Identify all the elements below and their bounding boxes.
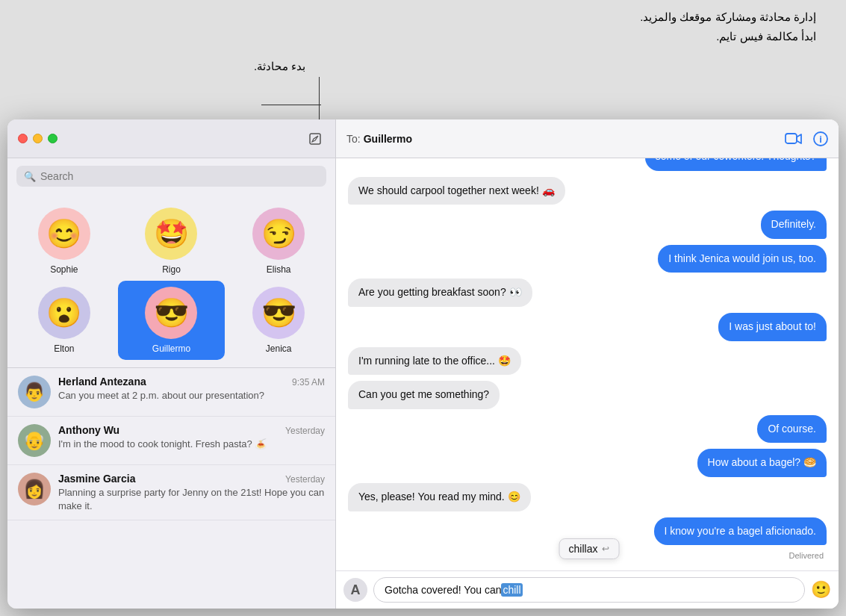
convo-avatar-anthony: 👴 bbox=[18, 424, 51, 457]
search-input[interactable] bbox=[40, 170, 319, 182]
chat-header: To: Guillermo i bbox=[336, 119, 839, 158]
message-row-m5: Are you getting breakfast soon? 👀 bbox=[348, 279, 827, 307]
svg-text:i: i bbox=[819, 134, 822, 145]
convo-name-anthony: Anthony Wu bbox=[58, 424, 119, 436]
pinned-contacts-grid: 😊 Sophie 🤩 Rigo 😏 Elisha 😮 Elton 😎 Guill… bbox=[7, 194, 335, 368]
pinned-contact-guillermo[interactable]: 😎 Guillermo bbox=[118, 281, 226, 360]
message-row-m11: Yes, please! You read my mind. 😊 bbox=[348, 483, 827, 511]
annotation-left-label: بدء محادثة. bbox=[254, 60, 305, 73]
conversation-herland[interactable]: 👨 Herland Antezana 9:35 AM Can you meet … bbox=[7, 368, 335, 417]
message-row-m3: Definitely. bbox=[348, 211, 827, 239]
autocorrect-suggestion: chillax bbox=[569, 543, 598, 555]
message-bubble-m7: I'm running late to the office... 🤩 bbox=[348, 347, 521, 376]
message-row-m2: We should carpool together next week! 🚗 bbox=[348, 177, 827, 205]
annotation-line1: إدارة محادثة ومشاركة موقعك والمزيد. bbox=[640, 7, 816, 27]
message-row-m7: I'm running late to the office... 🤩 bbox=[348, 347, 827, 376]
message-bubble-m4: I think Jenica would join us, too. bbox=[658, 245, 827, 273]
message-bubble-m11: Yes, please! You read my mind. 😊 bbox=[348, 483, 531, 511]
pinned-name-sophie: Sophie bbox=[50, 264, 78, 275]
pinned-contact-jenica[interactable]: 😎 Jenica bbox=[225, 281, 332, 360]
avatar-rigo: 🤩 bbox=[145, 208, 197, 260]
message-row-m10: How about a bagel? 🥯 bbox=[348, 449, 827, 477]
pinned-contact-elisha[interactable]: 😏 Elisha bbox=[225, 202, 332, 281]
close-button[interactable] bbox=[18, 134, 28, 143]
message-row-m8: Can you get me something? bbox=[348, 381, 827, 409]
pinned-name-guillermo: Guillermo bbox=[152, 343, 190, 354]
convo-preview-herland: Can you meet at 2 p.m. about our present… bbox=[58, 389, 325, 402]
message-bubble-m10: How about a bagel? 🥯 bbox=[697, 449, 827, 477]
message-input-display[interactable]: Gotcha covered! You can chill bbox=[373, 577, 805, 603]
message-bubble-m8: Can you get me something? bbox=[348, 381, 500, 409]
convo-time-anthony: Yesterday bbox=[285, 426, 325, 436]
avatar-sophie: 😊 bbox=[38, 208, 90, 260]
app-store-button[interactable]: A bbox=[343, 578, 367, 602]
annotation-vline-compose-ext bbox=[319, 77, 320, 120]
minimize-button[interactable] bbox=[33, 134, 43, 143]
app-store-icon: A bbox=[351, 582, 361, 598]
to-label: To: bbox=[346, 133, 361, 145]
convo-avatar-herland: 👨 bbox=[18, 376, 51, 408]
info-button[interactable]: i bbox=[813, 131, 828, 146]
message-bubble-m2: We should carpool together next week! 🚗 bbox=[348, 177, 565, 205]
search-icon: 🔍 bbox=[24, 171, 36, 182]
message-bubble-m12: I know you're a bagel aficionado. bbox=[654, 517, 827, 546]
conversation-list: 👨 Herland Antezana 9:35 AM Can you meet … bbox=[7, 368, 335, 609]
message-bubble-m1: some of our coworkers. Thoughts? bbox=[645, 158, 827, 171]
convo-name-herland: Herland Antezana bbox=[58, 376, 146, 388]
convo-content-jasmine: Jasmine Garcia Yesterday Planning a surp… bbox=[58, 473, 325, 512]
convo-content-herland: Herland Antezana 9:35 AM Can you meet at… bbox=[58, 376, 325, 402]
pinned-name-elton: Elton bbox=[54, 343, 74, 354]
message-row-m1: some of our coworkers. Thoughts? bbox=[348, 158, 827, 171]
annotation-top-right: إدارة محادثة ومشاركة موقعك والمزيد. ابدأ… bbox=[640, 7, 816, 46]
convo-preview-jasmine: Planning a surprise party for Jenny on t… bbox=[58, 486, 325, 512]
convo-preview-anthony: I'm in the mood to cook tonight. Fresh p… bbox=[58, 438, 325, 451]
chat-header-actions: i bbox=[785, 131, 828, 146]
messages-area: some of our coworkers. Thoughts?We shoul… bbox=[336, 158, 839, 570]
annotation-line2: ابدأ مكالمة فيس تايم. bbox=[640, 27, 816, 46]
avatar-elton: 😮 bbox=[38, 287, 90, 339]
compose-button[interactable] bbox=[305, 129, 325, 149]
search-bar: 🔍 bbox=[16, 166, 326, 187]
convo-time-jasmine: Yesterday bbox=[285, 474, 325, 485]
input-text-before: Gotcha covered! You can bbox=[385, 584, 501, 596]
input-highlighted-word: chill bbox=[501, 583, 522, 597]
sidebar: 🔍 😊 Sophie 🤩 Rigo 😏 Elisha 😮 Elton 😎 Gui… bbox=[7, 119, 336, 609]
message-bubble-m9: Of course. bbox=[757, 415, 827, 444]
annotation-hline-compose bbox=[261, 105, 321, 105]
emoji-button[interactable]: 🙂 bbox=[811, 580, 831, 600]
svg-rect-1 bbox=[786, 134, 797, 143]
conversation-anthony[interactable]: 👴 Anthony Wu Yesterday I'm in the mood t… bbox=[7, 417, 335, 465]
autocorrect-popup[interactable]: chillax ↩ bbox=[559, 538, 620, 559]
annotation-top-left: بدء محادثة. bbox=[254, 60, 305, 73]
pinned-name-jenica: Jenica bbox=[266, 343, 292, 354]
chat-panel: To: Guillermo i some of our c bbox=[336, 119, 839, 609]
pinned-contact-sophie[interactable]: 😊 Sophie bbox=[10, 202, 118, 281]
traffic-lights bbox=[18, 134, 57, 143]
convo-name-jasmine: Jasmine Garcia bbox=[58, 473, 136, 485]
message-row-m6: I was just about to! bbox=[348, 313, 827, 341]
maximize-button[interactable] bbox=[48, 134, 57, 143]
message-row-m9: Of course. bbox=[348, 415, 827, 444]
message-row-m4: I think Jenica would join us, too. bbox=[348, 245, 827, 273]
conversation-jasmine[interactable]: 👩 Jasmine Garcia Yesterday Planning a su… bbox=[7, 465, 335, 520]
facetime-button[interactable] bbox=[785, 132, 803, 146]
avatar-elisha: 😏 bbox=[252, 208, 305, 260]
message-bubble-m3: Definitely. bbox=[761, 211, 827, 239]
chat-recipient-name: Guillermo bbox=[364, 133, 412, 145]
messages-window: 🔍 😊 Sophie 🤩 Rigo 😏 Elisha 😮 Elton 😎 Gui… bbox=[7, 119, 839, 609]
convo-time-herland: 9:35 AM bbox=[292, 377, 325, 388]
autocorrect-undo-icon: ↩ bbox=[602, 544, 609, 554]
avatar-jenica: 😎 bbox=[252, 287, 305, 339]
emoji-icon: 🙂 bbox=[811, 580, 831, 599]
convo-content-anthony: Anthony Wu Yesterday I'm in the mood to … bbox=[58, 424, 325, 451]
chat-input-area: A Gotcha covered! You can chill chillax … bbox=[336, 570, 839, 609]
pinned-contact-elton[interactable]: 😮 Elton bbox=[10, 281, 118, 360]
pinned-contact-rigo[interactable]: 🤩 Rigo bbox=[118, 202, 226, 281]
convo-avatar-jasmine: 👩 bbox=[18, 473, 51, 505]
avatar-guillermo: 😎 bbox=[145, 287, 197, 339]
pinned-name-elisha: Elisha bbox=[267, 264, 291, 275]
message-bubble-m5: Are you getting breakfast soon? 👀 bbox=[348, 279, 532, 307]
sidebar-titlebar bbox=[7, 119, 335, 158]
message-bubble-m6: I was just about to! bbox=[718, 313, 827, 341]
pinned-name-rigo: Rigo bbox=[162, 264, 181, 275]
